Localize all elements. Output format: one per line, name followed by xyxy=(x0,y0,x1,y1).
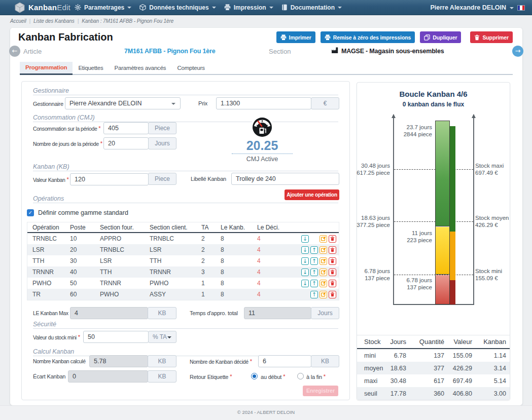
prix-input[interactable]: 1.1300 xyxy=(216,97,311,109)
move-down-button[interactable]: ↓ xyxy=(301,246,309,254)
move-up-button[interactable]: ↑ xyxy=(310,257,318,265)
move-up-button[interactable]: ↑ xyxy=(310,280,318,287)
breadcrumb: Accueil|Liste des Kanbans|Kanban : 7M161… xyxy=(10,18,173,24)
menu-impression[interactable]: Impression xyxy=(224,4,273,11)
operation-row: TTH30LSRTTH284↓↑ xyxy=(27,255,339,266)
ops-col-header: Section four. xyxy=(100,224,150,231)
move-down-button[interactable]: ↓ xyxy=(301,235,309,243)
article-label: Article xyxy=(23,48,42,55)
njours-label: Nombre de jours de la période* xyxy=(33,137,102,150)
add-operation-button[interactable]: Ajouter une opération xyxy=(285,189,339,200)
menu-documentation[interactable]: Documentation xyxy=(281,4,342,11)
user-menu[interactable]: Pierre Alexandre DELOIN xyxy=(430,0,525,15)
label-maxi-right: Stock maxi697.49 € xyxy=(475,163,504,176)
move-up-button[interactable]: ↑ xyxy=(310,269,318,276)
stock-cell: 1.14 xyxy=(472,352,506,359)
move-down-button[interactable]: ↓ xyxy=(301,257,309,265)
retour-debut-radio[interactable] xyxy=(251,373,258,379)
printer-icon xyxy=(224,4,231,11)
ecart-input: 0 xyxy=(68,370,148,383)
stock-cell: 18.63 xyxy=(387,365,406,372)
edit-operation-button[interactable] xyxy=(320,235,327,243)
delete-operation-button[interactable] xyxy=(329,280,336,287)
retour-fin-radio[interactable] xyxy=(297,373,304,379)
stock-cell: mini xyxy=(357,352,387,359)
le-kanban-max-unit: KB xyxy=(148,307,176,319)
chevron-down-icon xyxy=(127,7,131,9)
delete-operation-button[interactable] xyxy=(329,246,336,254)
action-placeholder xyxy=(301,291,309,298)
ops-cell: 8 xyxy=(221,291,257,298)
ops-col-header: Poste xyxy=(70,224,100,231)
stock-cell: 5.14 xyxy=(472,377,506,385)
libelle-input[interactable]: Trolley de 240 xyxy=(231,173,339,185)
menu-parametrages[interactable]: Parametrages xyxy=(75,4,131,11)
move-down-button[interactable]: ↓ xyxy=(301,269,309,276)
tab-compteurs[interactable]: Compteurs xyxy=(171,62,210,75)
standard-checkbox-label: Définir comme gamme standard xyxy=(38,209,128,216)
footer: © 2024 - ALBERT DELOIN xyxy=(0,405,532,420)
njours-unit: Jours xyxy=(148,137,176,149)
article-value[interactable]: 7M161 AFBB - Pignon Fou 1ère xyxy=(124,48,215,55)
tab-programmation[interactable]: Programmation xyxy=(20,62,73,75)
save-button[interactable]: Enregistrer xyxy=(303,386,338,396)
breadcrumb-home[interactable]: Accueil xyxy=(10,18,26,24)
breadcrumb-list[interactable]: Liste des Kanbans xyxy=(33,18,75,24)
box-icon xyxy=(139,4,146,11)
edit-operation-button[interactable] xyxy=(320,269,327,276)
stock-cell: 3.00 xyxy=(472,390,506,397)
ops-cell: 4 xyxy=(257,246,288,253)
label-maxi-left: 30.48 jours617.25 piece xyxy=(357,163,390,176)
standard-checkbox[interactable]: ✓ xyxy=(27,209,34,216)
duplicate-button[interactable]: Dupliquer xyxy=(420,31,461,43)
menu-donnees-techniques[interactable]: Données techniques xyxy=(139,4,216,11)
next-article-button[interactable]: → xyxy=(512,46,523,57)
move-up-button[interactable]: ↑ xyxy=(310,291,318,298)
nb-decide-unit: KB xyxy=(311,355,339,367)
print-button[interactable]: Imprimer xyxy=(276,31,315,43)
ops-cell: 8 xyxy=(221,235,257,242)
ops-cell: TTH xyxy=(27,257,70,264)
ops-cell: 8 xyxy=(221,280,257,287)
valeur-kanban-input[interactable]: 120 xyxy=(70,173,149,185)
stock-cell: seuil xyxy=(357,390,387,397)
delete-operation-button[interactable] xyxy=(329,269,336,276)
label-mini-right: Stock mini155.09 € xyxy=(475,268,502,282)
conso-input[interactable]: 405 xyxy=(103,122,149,134)
reset-prints-button[interactable]: Remise à zéro des impressions xyxy=(321,31,415,43)
stock-cell: 3.14 xyxy=(472,365,506,372)
conso-unit: Piece xyxy=(148,122,176,134)
label-mini-left: 6.78 jours137 piece xyxy=(364,268,390,282)
ops-cell: TRNBLC xyxy=(27,235,70,242)
gestionnaire-select[interactable]: Pierre Alexandre DELOIN xyxy=(65,97,181,109)
stock-mini-unit-select[interactable]: % TA xyxy=(148,331,176,343)
delete-operation-button[interactable] xyxy=(329,257,336,265)
prev-article-button[interactable]: ← xyxy=(9,46,20,57)
edit-operation-button[interactable] xyxy=(320,246,327,254)
delete-operation-button[interactable] xyxy=(329,235,336,243)
brand[interactable]: KanbanEdit xyxy=(14,2,70,13)
njours-input[interactable]: 20 xyxy=(103,137,149,149)
stock-mini-input[interactable]: 50 xyxy=(83,331,149,343)
ops-col-header: Le Déci. xyxy=(257,224,288,231)
stock-col-header: Kanban xyxy=(472,338,506,346)
tab-etiquettes[interactable]: Etiquettes xyxy=(73,62,109,75)
tab-parametres-avances[interactable]: Paramètres avancés xyxy=(109,62,172,75)
move-down-button[interactable]: ↓ xyxy=(301,280,309,287)
move-up-button[interactable]: ↑ xyxy=(310,246,318,254)
le-kanban-max-input: 4 xyxy=(70,307,148,319)
breadcrumb-current: Kanban : 7M161 AFBB - Pignon Fou 1ère xyxy=(82,18,173,24)
edit-operation-button[interactable] xyxy=(320,291,327,298)
edit-operation-button[interactable] xyxy=(320,257,327,265)
edit-operation-button[interactable] xyxy=(320,280,327,287)
book-icon xyxy=(281,4,288,11)
prix-label: Prix xyxy=(198,97,207,109)
delete-button[interactable]: Supprimer xyxy=(470,31,513,43)
delete-operation-button[interactable] xyxy=(329,291,336,298)
bar-yellow-segment xyxy=(436,227,449,275)
stock-row: maxi30.48617697.495.14 xyxy=(357,374,510,387)
ops-cell: 60 xyxy=(70,291,100,298)
nb-decide-input[interactable]: 6 xyxy=(258,355,311,367)
label-zone-mini: 6.78 jours137 piece xyxy=(406,277,432,291)
cmj-caption: CMJ Active xyxy=(232,156,293,163)
